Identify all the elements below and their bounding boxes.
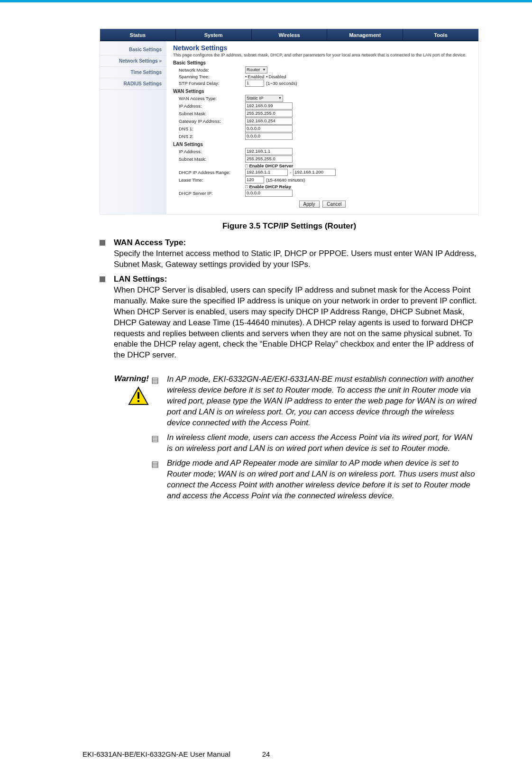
side-nav: Basic Settings Network Settings Time Set… <box>100 41 166 214</box>
lan-ip-input[interactable]: 192.168.1.1 <box>245 148 293 155</box>
apply-button[interactable]: Apply <box>299 201 320 208</box>
warning-label: Warning! <box>100 374 149 384</box>
wan-gateway-input[interactable]: 192.168.0.254 <box>245 118 293 125</box>
bullet-title-wan-access-type: WAN Access Type: <box>114 238 186 247</box>
dhcp-server-ip-label: DHCP Server IP: <box>179 191 245 196</box>
basic-settings-heading: Basic Settings <box>173 60 472 65</box>
body-bullet-list: WAN Access Type: Specify the Internet ac… <box>100 238 479 361</box>
bullet-text-lan-settings: When DHCP Server is disabled, users can … <box>114 285 477 360</box>
stp-hint: (1~30 seconds) <box>266 81 297 86</box>
lease-time-input[interactable]: 120 <box>245 176 264 183</box>
warning-item-3: Bridge mode and AP Repeater mode are sim… <box>167 458 479 502</box>
lease-time-hint: (15-44640 minutes) <box>266 177 305 183</box>
hatched-bullet-icon <box>152 376 158 429</box>
dhcp-range-start-input[interactable]: 192.168.1.1 <box>245 169 288 176</box>
svg-rect-1 <box>138 392 139 399</box>
footer-page-number: 24 <box>0 750 532 758</box>
lan-ip-label: IP Address: <box>179 149 245 154</box>
spanning-tree-label: Spanning Tree: <box>179 74 245 79</box>
main-tabs: Status System Wireless Management Tools <box>100 29 478 41</box>
wan-ip-input[interactable]: 192.168.0.99 <box>245 102 293 110</box>
lease-time-label: Lease Time: <box>179 177 245 183</box>
settings-panel: Network Settings This page configures th… <box>166 41 478 214</box>
dhcp-server-ip-input[interactable]: 0.0.0.0 <box>245 190 293 197</box>
wan-settings-heading: WAN Settings <box>173 89 472 94</box>
wan-dns2-input[interactable]: 0.0.0.0 <box>245 133 293 140</box>
network-mode-select[interactable]: Router <box>245 66 267 73</box>
bullet-title-lan-settings: LAN Settings: <box>114 275 167 284</box>
tab-tools[interactable]: Tools <box>403 29 478 40</box>
lan-subnet-label: Subnet Mask: <box>179 156 245 162</box>
cancel-button[interactable]: Cancel <box>322 201 346 208</box>
dhcp-range-label: DHCP IP Address Range: <box>179 170 245 175</box>
tab-wireless[interactable]: Wireless <box>252 29 328 40</box>
lan-subnet-input[interactable]: 255.255.255.0 <box>245 156 293 163</box>
wan-access-type-label: WAN Access Type: <box>179 96 245 101</box>
warning-item-2: In wireless client mode, users can acces… <box>167 432 479 454</box>
figure-caption: Figure 3.5 TCP/IP Settings (Router) <box>100 221 479 231</box>
dhcp-range-dash: - <box>290 170 291 175</box>
sidebar-item-time-settings[interactable]: Time Settings <box>100 67 166 78</box>
hatched-bullet-icon <box>152 460 158 502</box>
panel-description: This page configures the IP address, sub… <box>173 53 472 57</box>
warning-block: Warning! In AP mode, EKI-6332GN-AE/EKI-6… <box>100 374 479 505</box>
panel-title: Network Settings <box>173 44 472 52</box>
stp-forward-delay-label: STP Forward Delay: <box>179 81 245 86</box>
lan-settings-heading: LAN Settings <box>173 142 472 147</box>
tab-status[interactable]: Status <box>100 29 176 40</box>
square-bullet-icon <box>100 276 105 282</box>
hatched-bullet-icon <box>152 435 158 454</box>
square-bullet-icon <box>100 240 105 246</box>
wan-dns2-label: DNS 2: <box>179 134 245 139</box>
warning-icon <box>128 386 149 408</box>
network-mode-label: Network Mode: <box>179 67 245 73</box>
sidebar-item-network-settings[interactable]: Network Settings <box>100 55 166 67</box>
top-accent-bar <box>0 0 532 2</box>
wan-access-type-select[interactable]: Static IP <box>245 95 283 102</box>
tab-system[interactable]: System <box>176 29 252 40</box>
wan-ip-label: IP Address: <box>179 103 245 109</box>
stp-forward-delay-input[interactable]: 1 <box>245 80 264 87</box>
wan-gateway-label: Gateway IP Address: <box>179 119 245 124</box>
enable-dhcp-server-checkbox[interactable]: Enable DHCP Server <box>245 163 293 168</box>
wan-dns1-label: DNS 1: <box>179 126 245 131</box>
tab-management[interactable]: Management <box>327 29 403 40</box>
page-content: Status System Wireless Management Tools … <box>0 0 532 505</box>
warning-item-1: In AP mode, EKI-6332GN-AE/EKI-6331AN-BE … <box>167 374 479 429</box>
wan-subnet-input[interactable]: 255.255.255.0 <box>245 110 293 117</box>
embedded-screenshot: Status System Wireless Management Tools … <box>100 28 479 215</box>
enable-dhcp-relay-checkbox[interactable]: Enable DHCP Relay <box>245 184 291 189</box>
sidebar-item-radius-settings[interactable]: RADIUS Settings <box>100 78 166 90</box>
dhcp-range-end-input[interactable]: 192.168.1.200 <box>293 169 336 176</box>
wan-dns1-input[interactable]: 0.0.0.0 <box>245 125 293 132</box>
wan-subnet-label: Subnet Mask: <box>179 111 245 116</box>
sidebar-item-basic-settings[interactable]: Basic Settings <box>100 44 166 55</box>
spanning-disabled-radio[interactable]: Disabled <box>266 74 286 79</box>
bullet-text-wan-access-type: Specify the Internet access method to St… <box>114 249 477 269</box>
spanning-enabled-radio[interactable]: Enabled <box>245 74 264 79</box>
svg-rect-2 <box>138 400 139 402</box>
